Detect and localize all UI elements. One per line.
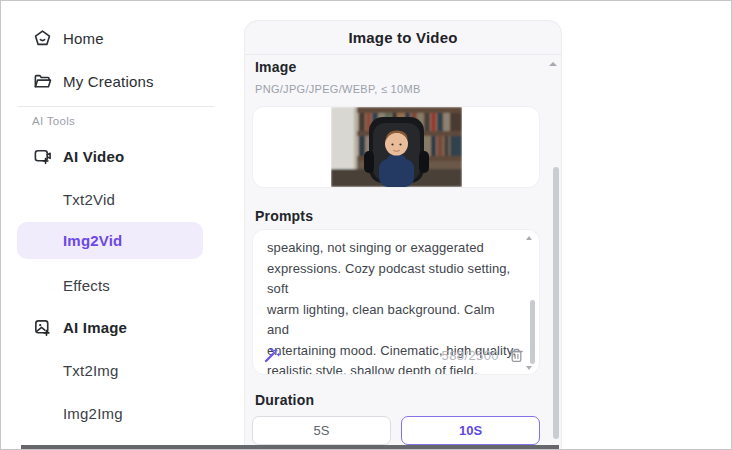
char-counter: 588/2500	[442, 348, 499, 363]
app-window: Home My Creations AI Tools AI Video	[0, 0, 732, 450]
sidebar-item-label: AI Video	[63, 148, 124, 165]
sidebar-item-effects[interactable]: Effects	[1, 271, 241, 299]
sidebar-item-ai-image[interactable]: AI Image	[1, 313, 241, 341]
sidebar-item-label: Effects	[63, 277, 110, 294]
trash-icon[interactable]	[508, 347, 525, 364]
sidebar-item-label: Txt2Img	[63, 362, 119, 379]
duration-option-10s[interactable]: 10S	[401, 416, 540, 445]
sidebar-item-home[interactable]: Home	[1, 24, 241, 52]
sidebar-item-label: Img2Vid	[63, 232, 122, 249]
sidebar: Home My Creations AI Tools AI Video	[1, 1, 241, 449]
sidebar-item-txt2vid[interactable]: Txt2Vid	[1, 185, 241, 213]
sidebar-item-label: My Creations	[63, 73, 154, 90]
sidebar-item-img2vid-active[interactable]: Img2Vid	[17, 222, 203, 259]
image-upload-preview[interactable]	[252, 106, 540, 188]
prompts-section-heading: Prompts	[255, 208, 313, 224]
ai-image-icon	[32, 317, 52, 337]
folder-icon	[32, 71, 52, 91]
magic-wand-icon[interactable]	[263, 346, 281, 364]
sidebar-item-label: Img2Img	[63, 405, 123, 422]
ai-video-icon	[32, 146, 52, 166]
sidebar-divider	[18, 106, 214, 107]
prompt-textarea[interactable]: speaking, not singing or exaggerated exp…	[252, 229, 540, 375]
image-to-video-panel: Image to Video Image PNG/JPG/JPEG/WEBP, …	[244, 20, 562, 450]
sidebar-section-label: AI Tools	[32, 115, 75, 127]
duration-option-5s[interactable]: 5S	[252, 416, 391, 445]
prompt-scroll-up-icon[interactable]	[526, 236, 532, 240]
panel-scrollbar-thumb[interactable]	[553, 167, 559, 439]
panel-header: Image to Video	[245, 21, 561, 55]
image-formats-note: PNG/JPG/JPEG/WEBP, ≤ 10MB	[255, 83, 421, 95]
sidebar-item-label: Txt2Vid	[63, 191, 115, 208]
sidebar-item-ai-video[interactable]: AI Video	[1, 142, 241, 170]
prompt-scroll-down-icon[interactable]	[526, 366, 532, 370]
horizontal-scrollbar[interactable]	[21, 445, 559, 449]
sidebar-item-label: AI Image	[63, 319, 127, 336]
prompt-footer: 588/2500	[253, 344, 539, 364]
duration-section-heading: Duration	[255, 392, 314, 408]
duration-options: 5S 10S	[252, 416, 540, 445]
home-icon	[32, 28, 52, 48]
panel-title: Image to Video	[348, 29, 457, 46]
panel-scroll-up-icon[interactable]	[549, 62, 557, 66]
image-section-heading: Image	[255, 59, 296, 75]
sidebar-item-label: Home	[63, 30, 104, 47]
sidebar-item-my-creations[interactable]: My Creations	[1, 67, 241, 95]
sidebar-item-txt2img[interactable]: Txt2Img	[1, 356, 241, 384]
uploaded-photo	[331, 107, 462, 187]
sidebar-item-img2img[interactable]: Img2Img	[1, 399, 241, 427]
